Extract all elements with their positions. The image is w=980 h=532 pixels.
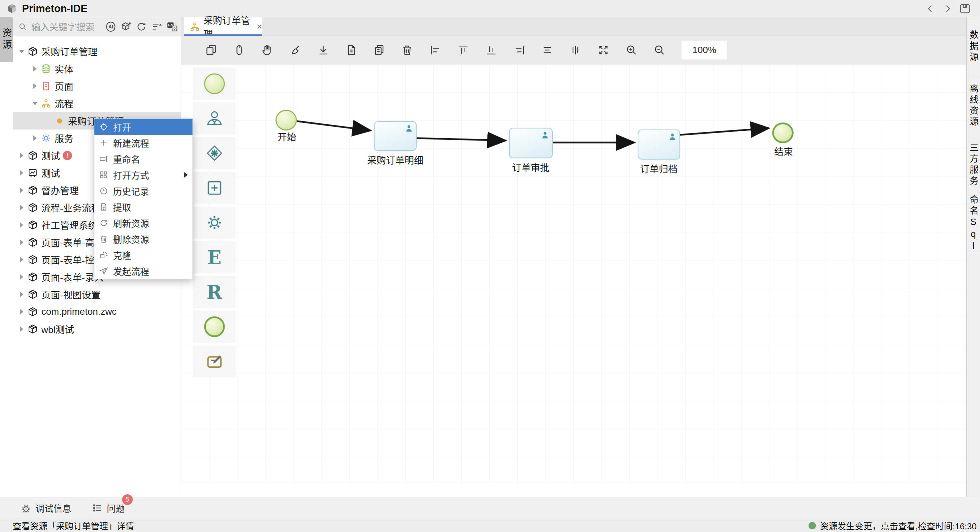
launch-icon [99, 266, 108, 276]
tree-item[interactable]: wbl测试 [13, 320, 181, 338]
problems-tab[interactable]: 问题 5 [91, 502, 125, 514]
task-node-purchase-detail[interactable] [374, 121, 417, 151]
new-module-icon[interactable] [120, 21, 132, 33]
translate-icon[interactable]: En文 [166, 21, 178, 33]
diagram-canvas[interactable]: ER 开始 采购订单明细 订单审批 订单归档 结束 [181, 64, 966, 497]
chevron-right-icon[interactable] [17, 237, 27, 247]
problems-count-badge: 5 [122, 494, 133, 505]
chevron-right-icon[interactable] [17, 272, 27, 282]
end-event-node[interactable] [772, 123, 794, 143]
tree-item[interactable]: 实体 [13, 60, 181, 77]
align-right-icon[interactable] [512, 43, 527, 57]
chevron-right-icon[interactable] [30, 81, 40, 91]
sidebar-tab-datasource[interactable]: 数据源 [967, 18, 980, 76]
menu-item-delete[interactable]: 删除资源 [94, 231, 192, 247]
ai-assistant-icon[interactable]: AI [105, 21, 117, 33]
palette-note[interactable] [193, 346, 236, 377]
palette-end-event[interactable] [193, 311, 236, 343]
search-bar[interactable]: 输入关键字搜索 AI En文 [13, 18, 181, 36]
chevron-down-icon[interactable] [30, 99, 40, 108]
menu-item-launch[interactable]: 发起流程 [94, 263, 192, 279]
chevron-right-icon[interactable] [17, 289, 27, 299]
sidebar-tab-label: 离线资源 [967, 84, 980, 128]
nav-back-icon[interactable] [924, 2, 937, 15]
palette-rule-letter[interactable]: R [193, 276, 236, 308]
menu-item-history[interactable]: 历史记录 [94, 183, 192, 199]
tree-item[interactable]: 采购订单管理 [13, 43, 181, 60]
status-green-dot-icon [808, 522, 816, 529]
sidebar-tab-third-party-services[interactable]: 三方服务 [967, 135, 980, 194]
align-bottom-icon[interactable] [484, 43, 499, 57]
zoom-in-icon[interactable] [624, 43, 639, 57]
tab-close-icon[interactable]: × [257, 21, 262, 32]
align-top-icon[interactable] [456, 43, 471, 57]
zoom-out-icon[interactable] [652, 43, 667, 57]
trash-icon[interactable] [400, 43, 415, 57]
clone-icon [99, 250, 108, 260]
menu-item-open-with[interactable]: 打开方式 [94, 167, 192, 183]
hand-icon[interactable] [260, 43, 275, 57]
tab-purchase-order[interactable]: 采购订单管理 × [184, 18, 262, 36]
canvas-bottom-strip [181, 483, 966, 497]
palette-start-event[interactable] [193, 68, 236, 100]
chevron-down-icon[interactable] [17, 46, 27, 56]
nav-forward-icon[interactable] [941, 2, 954, 15]
mouse-icon[interactable] [232, 43, 247, 57]
task-label-order-archive: 订单归档 [640, 162, 678, 175]
save-icon[interactable] [959, 2, 971, 15]
chevron-right-icon[interactable] [17, 151, 27, 161]
debug-info-tab[interactable]: 调试信息 [20, 502, 72, 514]
chevron-right-icon[interactable] [17, 168, 27, 178]
chevron-right-icon[interactable] [17, 255, 27, 264]
chevron-right-icon[interactable] [17, 185, 27, 195]
align-left-icon[interactable] [428, 43, 442, 57]
palette-entity-letter[interactable]: E [193, 241, 236, 273]
tree-item-label: wbl测试 [41, 322, 74, 336]
palette-user-task[interactable] [193, 102, 236, 134]
start-event-node[interactable] [275, 110, 297, 131]
download-icon[interactable] [316, 43, 331, 57]
activity-tab-resources[interactable]: 资源 [0, 18, 13, 62]
task-node-order-archive[interactable] [638, 129, 680, 159]
center-h-icon[interactable] [540, 43, 555, 57]
zoom-level-display[interactable]: 100% [681, 41, 727, 59]
sidebar-tab-named-sql[interactable]: 命名Sql [967, 194, 980, 253]
palette-gateway[interactable] [193, 137, 236, 169]
copy-docs-icon[interactable] [372, 43, 387, 57]
sidebar-tab-offline-resources[interactable]: 离线资源 [967, 76, 980, 135]
tree-item[interactable]: 页面-视图设置 [13, 286, 181, 303]
tree-item[interactable]: 页面 [13, 77, 181, 95]
task-node-order-approval[interactable] [509, 128, 553, 158]
chevron-right-icon[interactable] [30, 133, 40, 143]
bottom-panel-bar: 调试信息 问题 5 [0, 497, 980, 519]
service-task-icon [205, 213, 223, 232]
chevron-right-icon[interactable] [17, 307, 27, 317]
extract-icon [99, 202, 108, 212]
copy-shape-icon[interactable] [204, 43, 218, 57]
chevron-right-icon[interactable] [17, 220, 27, 230]
problems-label: 问题 [107, 502, 125, 514]
menu-item-plus[interactable]: 新建流程 [94, 135, 192, 151]
package-icon [27, 150, 39, 161]
chevron-right-icon[interactable] [30, 64, 40, 74]
refresh-icon[interactable] [135, 21, 148, 33]
document-icon[interactable] [344, 43, 359, 57]
menu-item-label: 发起流程 [113, 264, 188, 278]
resource-change-notice[interactable]: 资源发生变更，点击查看,检查时间:16:30 [808, 519, 977, 532]
palette-subprocess[interactable] [193, 172, 236, 204]
sort-filter-icon[interactable] [151, 21, 163, 33]
tree-item[interactable]: com.primeton.zwc [13, 303, 181, 320]
fit-screen-icon[interactable] [596, 43, 611, 57]
distribute-v-icon[interactable] [568, 43, 583, 57]
tree-item[interactable]: 流程 [13, 95, 181, 112]
broom-icon[interactable] [288, 43, 302, 57]
palette-service-task[interactable] [193, 207, 236, 239]
sidebar-tab-label: 三方服务 [967, 143, 980, 187]
menu-item-target[interactable]: 打开 [94, 119, 192, 135]
menu-item-refresh[interactable]: 刷新资源 [94, 215, 192, 231]
menu-item-rename[interactable]: 重命名 [94, 151, 192, 167]
chevron-right-icon[interactable] [17, 324, 27, 334]
chevron-right-icon[interactable] [17, 202, 27, 213]
menu-item-extract[interactable]: 提取 [94, 199, 192, 215]
menu-item-clone[interactable]: 克隆 [94, 247, 192, 263]
